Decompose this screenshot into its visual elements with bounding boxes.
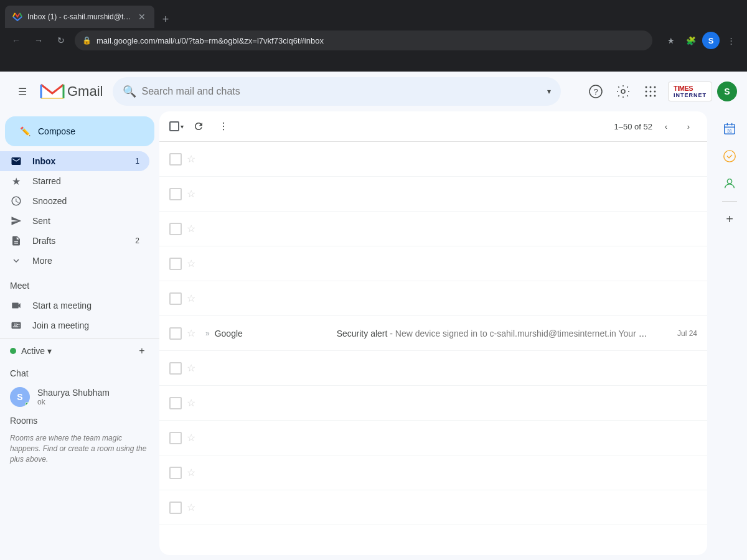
- row-star[interactable]: ☆: [187, 292, 195, 304]
- row-star[interactable]: ☆: [187, 502, 195, 513]
- refresh-button[interactable]: ↻: [52, 32, 70, 49]
- tab-close-button[interactable]: ✕: [137, 12, 147, 22]
- browser-menu-button[interactable]: ⋮: [722, 32, 740, 49]
- prev-page-button[interactable]: ‹: [657, 118, 675, 135]
- compose-icon: ✏️: [20, 126, 31, 136]
- email-row[interactable]: ☆: [159, 455, 707, 490]
- row-checkbox[interactable]: [169, 502, 182, 514]
- row-checkbox[interactable]: [169, 292, 182, 305]
- sidebar-item-snoozed[interactable]: Snoozed: [0, 191, 149, 211]
- row-checkbox[interactable]: [169, 432, 182, 444]
- email-row[interactable]: ☆: [159, 281, 707, 316]
- new-tab-button[interactable]: +: [157, 11, 174, 28]
- row-star[interactable]: ☆: [187, 153, 195, 165]
- row-checkbox[interactable]: [169, 153, 182, 166]
- active-section: Active ▾ +: [0, 338, 159, 363]
- active-label: Active: [21, 346, 45, 356]
- tab-favicon: [12, 12, 22, 22]
- row-star[interactable]: ☆: [187, 188, 195, 200]
- video-icon: [10, 299, 22, 312]
- checkbox-square[interactable]: [169, 121, 179, 131]
- gmail-logo-text: Gmail: [67, 83, 103, 100]
- sent-icon: [10, 215, 22, 227]
- browser-nav: ← → ↻ 🔒 mail.google.com/mail/u/0/?tab=rm…: [0, 28, 747, 53]
- search-bar[interactable]: 🔍 ▾: [113, 77, 561, 106]
- join-meeting-item[interactable]: Join a meeting: [0, 315, 149, 335]
- sidebar-item-sent[interactable]: Sent: [0, 211, 149, 231]
- chat-avatar: S: [10, 387, 30, 407]
- row-star[interactable]: ☆: [187, 362, 195, 374]
- search-dropdown-button[interactable]: ▾: [547, 87, 551, 96]
- gmail-app: ☰ Gmail 🔍 ▾ ?: [0, 72, 747, 560]
- row-star[interactable]: ☆: [187, 327, 195, 339]
- more-label: More: [32, 256, 139, 266]
- email-rows: ☆ ☆ ☆: [159, 142, 707, 555]
- row-checkbox[interactable]: [169, 223, 182, 235]
- email-row-google[interactable]: ☆ » Google Security alert - New device s…: [159, 316, 707, 351]
- row-star[interactable]: ☆: [187, 223, 195, 235]
- email-row[interactable]: ☆: [159, 142, 707, 177]
- row-arrow: »: [205, 329, 210, 338]
- sidebar-item-drafts[interactable]: Drafts 2: [0, 231, 149, 251]
- row-checkbox[interactable]: [169, 258, 182, 270]
- active-tab[interactable]: Inbox (1) - c-sahil.murshid@timo ✕: [5, 6, 154, 28]
- hamburger-menu-button[interactable]: ☰: [10, 79, 35, 104]
- sidebar-item-more[interactable]: More: [0, 251, 149, 271]
- browser-profile-button[interactable]: S: [702, 32, 720, 49]
- inbox-label: Inbox: [32, 156, 125, 166]
- tasks-sidebar-button[interactable]: [717, 144, 742, 169]
- add-app-button[interactable]: +: [717, 207, 742, 231]
- row-star[interactable]: ☆: [187, 258, 195, 269]
- row-checkbox[interactable]: [169, 467, 182, 479]
- more-options-button[interactable]: [214, 116, 233, 136]
- email-row[interactable]: ☆: [159, 177, 707, 212]
- start-meeting-item[interactable]: Start a meeting: [0, 296, 149, 315]
- address-bar[interactable]: 🔒 mail.google.com/mail/u/0/?tab=rm&ogbl&…: [75, 30, 652, 50]
- hamburger-icon: ☰: [18, 86, 27, 98]
- refresh-button[interactable]: [189, 116, 209, 136]
- back-button[interactable]: ←: [7, 32, 25, 49]
- next-page-button[interactable]: ›: [680, 118, 697, 135]
- refresh-icon: [193, 121, 204, 132]
- contacts-icon: [723, 177, 736, 190]
- email-row[interactable]: ☆: [159, 490, 707, 525]
- row-checkbox[interactable]: [169, 397, 182, 409]
- contacts-sidebar-button[interactable]: [717, 171, 742, 196]
- extensions-button[interactable]: 🧩: [682, 32, 700, 49]
- email-row[interactable]: ☆: [159, 386, 707, 421]
- email-row[interactable]: ☆: [159, 421, 707, 455]
- chat-label: Chat: [0, 363, 159, 383]
- help-button[interactable]: ?: [583, 79, 608, 104]
- browser-actions: ★ 🧩 S ⋮: [662, 32, 740, 49]
- row-star[interactable]: ☆: [187, 397, 195, 409]
- row-star[interactable]: ☆: [187, 432, 195, 444]
- row-checkbox[interactable]: [169, 327, 182, 340]
- compose-button[interactable]: ✏️ Compose: [5, 116, 154, 146]
- search-input[interactable]: [141, 86, 542, 97]
- starred-icon: ★: [10, 175, 22, 187]
- sidebar-item-inbox[interactable]: Inbox 1: [0, 151, 149, 171]
- settings-button[interactable]: [611, 79, 636, 104]
- row-checkbox[interactable]: [169, 188, 182, 200]
- active-button[interactable]: Active ▾: [21, 346, 52, 356]
- active-dot: [10, 348, 16, 354]
- inbox-count: 1: [135, 157, 139, 166]
- svg-point-8: [654, 91, 656, 93]
- chat-item-shaurya[interactable]: S Shaurya Shubham ok: [0, 383, 159, 411]
- user-avatar-button[interactable]: S: [717, 82, 737, 101]
- row-preview-text: - New device signed in to c-sahil.murshi…: [387, 329, 650, 338]
- dropdown-arrow[interactable]: ▾: [181, 123, 184, 130]
- email-row[interactable]: ☆: [159, 246, 707, 281]
- calendar-sidebar-button[interactable]: 31: [717, 116, 742, 141]
- apps-button[interactable]: [638, 79, 663, 104]
- email-row[interactable]: ☆: [159, 212, 707, 246]
- email-row[interactable]: ☆: [159, 351, 707, 386]
- row-star[interactable]: ☆: [187, 467, 195, 478]
- right-sidebar: 31 +: [712, 111, 747, 560]
- forward-button[interactable]: →: [30, 32, 47, 49]
- select-all-checkbox[interactable]: ▾: [169, 121, 184, 131]
- sidebar-item-starred[interactable]: ★ Starred: [0, 171, 149, 191]
- bookmark-button[interactable]: ★: [662, 32, 680, 49]
- add-chat-button[interactable]: +: [134, 343, 149, 358]
- row-checkbox[interactable]: [169, 362, 182, 375]
